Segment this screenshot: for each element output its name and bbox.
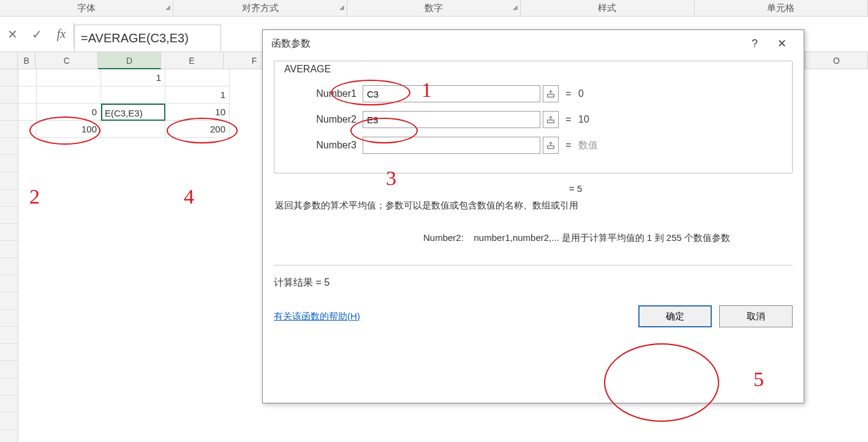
collapse-dialog-icon bbox=[546, 141, 555, 150]
fx-icon: fx bbox=[57, 27, 66, 41]
row-header[interactable] bbox=[0, 121, 18, 138]
argument-input-number3[interactable] bbox=[363, 137, 540, 154]
launcher-icon[interactable]: ◢ bbox=[339, 0, 344, 15]
check-icon: ✓ bbox=[32, 27, 42, 42]
launcher-icon[interactable]: ◢ bbox=[513, 0, 518, 15]
separator bbox=[274, 265, 793, 265]
dialog-help-button[interactable]: ? bbox=[741, 31, 768, 56]
help-icon: ? bbox=[752, 37, 758, 50]
argument-result: 数值 bbox=[578, 139, 598, 152]
row-header[interactable] bbox=[0, 69, 18, 86]
subtotal: = 5 bbox=[275, 183, 791, 194]
cell[interactable] bbox=[18, 104, 37, 121]
argument-result: 0 bbox=[578, 88, 584, 99]
collapse-dialog-icon bbox=[546, 90, 555, 98]
arguments-group: AVERAGE Number1 = 0 Number2 = 10 bbox=[274, 61, 793, 173]
close-icon: ✕ bbox=[777, 37, 787, 50]
dialog-body: AVERAGE Number1 = 0 Number2 = 10 bbox=[263, 57, 804, 403]
equals-sign: = bbox=[559, 140, 578, 151]
cell[interactable] bbox=[165, 69, 230, 86]
arg-help-label: Number2: bbox=[423, 232, 464, 243]
cell[interactable] bbox=[101, 121, 165, 138]
launcher-icon[interactable]: ◢ bbox=[165, 0, 170, 15]
dialog-close-button[interactable]: ✕ bbox=[768, 31, 795, 56]
cell[interactable]: 1 bbox=[101, 69, 165, 86]
ribbon-tab-label: 数字 bbox=[425, 2, 443, 13]
function-description: 返回其参数的算术平均值；参数可以是数值或包含数值的名称、数组或引用 bbox=[275, 200, 791, 211]
argument-row: Number1 = 0 bbox=[284, 81, 782, 107]
col-header[interactable]: D bbox=[98, 52, 160, 69]
formula-input[interactable]: =AVERAGE(C3,E3) bbox=[74, 25, 221, 51]
row-header[interactable] bbox=[0, 86, 18, 104]
insert-function-button[interactable]: fx bbox=[49, 17, 74, 51]
cell[interactable] bbox=[18, 86, 37, 104]
ribbon-tab-alignment[interactable]: 对齐方式 ◢ bbox=[173, 0, 347, 16]
equals-sign: = bbox=[559, 88, 578, 99]
ribbon-tab-style[interactable]: 样式 bbox=[521, 0, 694, 16]
dialog-title: 函数参数 bbox=[271, 37, 311, 50]
svg-rect-1 bbox=[548, 120, 554, 123]
ok-button[interactable]: 确定 bbox=[638, 305, 712, 327]
ribbon-tab-label: 对齐方式 bbox=[242, 2, 279, 13]
col-header[interactable]: C bbox=[36, 52, 98, 69]
range-picker-button[interactable] bbox=[543, 85, 559, 102]
ribbon-tab-number[interactable]: 数字 ◢ bbox=[347, 0, 521, 16]
range-picker-button[interactable] bbox=[543, 137, 559, 154]
equals-sign: = bbox=[559, 114, 578, 125]
ribbon-tab-label: 单元格 bbox=[767, 2, 794, 13]
range-picker-button[interactable] bbox=[543, 111, 559, 128]
col-header[interactable]: B bbox=[18, 52, 36, 69]
formula-text: =AVERAGE(C3,E3) bbox=[81, 31, 189, 45]
function-name: AVERAGE bbox=[284, 64, 782, 75]
dialog-description-area: = 5 返回其参数的算术平均值；参数可以是数值或包含数值的名称、数组或引用 Nu… bbox=[274, 180, 793, 248]
dialog-footer: 有关该函数的帮助(H) 确定 取消 bbox=[274, 305, 793, 327]
ribbon-tab-cells[interactable]: 单元格 bbox=[695, 0, 868, 16]
argument-input-number1[interactable] bbox=[363, 85, 540, 102]
argument-row: Number3 = 数值 bbox=[284, 132, 782, 158]
result-label: 计算结果 = bbox=[274, 277, 324, 288]
result-value: 5 bbox=[324, 277, 330, 288]
collapse-dialog-icon bbox=[546, 115, 555, 124]
cell[interactable] bbox=[18, 121, 37, 138]
ribbon: 字体 ◢ 对齐方式 ◢ 数字 ◢ 样式 单元格 bbox=[0, 0, 868, 17]
ribbon-tab-label: 字体 bbox=[77, 2, 96, 13]
cell[interactable]: 1 bbox=[165, 86, 230, 104]
argument-label: Number1 bbox=[284, 88, 363, 99]
cell[interactable] bbox=[101, 86, 165, 104]
cancel-icon: ✕ bbox=[7, 27, 18, 42]
cell[interactable] bbox=[18, 69, 37, 86]
cell[interactable] bbox=[37, 69, 101, 86]
dialog-titlebar[interactable]: 函数参数 ? ✕ bbox=[263, 30, 804, 57]
cell[interactable] bbox=[37, 86, 101, 104]
svg-rect-0 bbox=[548, 94, 554, 97]
svg-rect-2 bbox=[548, 146, 554, 148]
argument-result: 10 bbox=[578, 114, 589, 125]
function-help-link[interactable]: 有关该函数的帮助(H) bbox=[274, 311, 360, 322]
cancel-button[interactable]: 取消 bbox=[719, 305, 793, 327]
cancel-formula-button[interactable]: ✕ bbox=[0, 17, 25, 51]
col-header[interactable]: E bbox=[161, 52, 224, 69]
argument-input-number2[interactable] bbox=[363, 111, 540, 128]
cell[interactable]: 200 bbox=[165, 121, 230, 138]
formula-result: 计算结果 = 5 bbox=[274, 276, 793, 289]
active-cell[interactable]: E(C3,E3) bbox=[101, 104, 165, 121]
arg-help-text: number1,number2,... 是用于计算平均值的 1 到 255 个数… bbox=[474, 232, 730, 243]
cell[interactable]: 100 bbox=[37, 121, 101, 138]
ribbon-tab-font[interactable]: 字体 ◢ bbox=[0, 0, 173, 16]
argument-label: Number2 bbox=[284, 114, 363, 125]
col-header[interactable]: O bbox=[806, 52, 868, 69]
cell[interactable]: 0 bbox=[37, 104, 101, 121]
select-all-corner[interactable] bbox=[0, 52, 18, 69]
argument-row: Number2 = 10 bbox=[284, 107, 782, 132]
function-arguments-dialog: 函数参数 ? ✕ AVERAGE Number1 = 0 Number2 bbox=[262, 29, 804, 403]
row-header[interactable] bbox=[0, 104, 18, 121]
ribbon-tab-label: 样式 bbox=[598, 2, 616, 13]
cell[interactable]: 10 bbox=[165, 104, 230, 121]
confirm-formula-button[interactable]: ✓ bbox=[25, 17, 49, 51]
argument-label: Number3 bbox=[284, 140, 363, 151]
